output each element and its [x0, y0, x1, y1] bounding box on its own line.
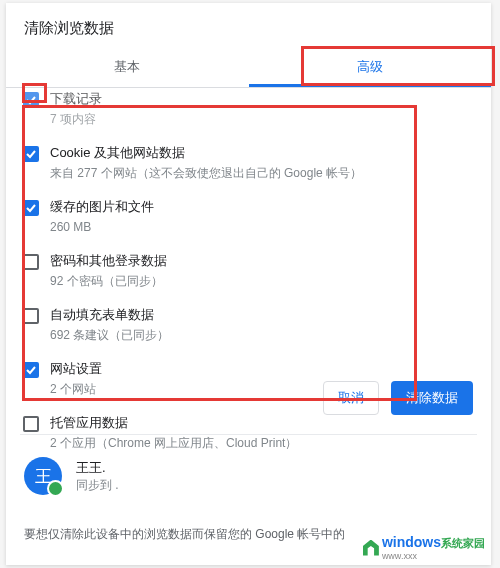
watermark-brand: windows: [382, 534, 441, 550]
item-sub: 92 个密码（已同步）: [50, 272, 475, 290]
item-title: 网站设置: [50, 360, 475, 378]
watermark: windows系统家园 www.xxx: [363, 534, 485, 561]
divider: [20, 434, 477, 435]
dialog-title: 清除浏览数据: [6, 3, 491, 48]
checkbox[interactable]: [23, 92, 39, 108]
item-sub: 7 项内容: [50, 110, 475, 128]
checkbox[interactable]: [23, 146, 39, 162]
button-row: 取消 清除数据: [323, 381, 473, 415]
item-title: 密码和其他登录数据: [50, 252, 475, 270]
item-sub: 来自 277 个网站（这不会致使您退出自己的 Google 帐号）: [50, 164, 475, 182]
list-item: 缓存的图片和文件 260 MB: [16, 188, 475, 242]
item-title: 下载记录: [50, 90, 475, 108]
avatar: 王: [24, 457, 62, 495]
watermark-url: www.xxx: [382, 551, 485, 561]
checkbox[interactable]: [23, 200, 39, 216]
checkbox[interactable]: [23, 308, 39, 324]
watermark-tag: 系统家园: [441, 537, 485, 549]
cancel-button[interactable]: 取消: [323, 381, 379, 415]
item-sub: 260 MB: [50, 218, 475, 236]
list-item: 自动填充表单数据 692 条建议（已同步）: [16, 296, 475, 350]
sync-badge-icon: [47, 480, 64, 497]
clear-data-button[interactable]: 清除数据: [391, 381, 473, 415]
footer-text: 要想仅清除此设备中的浏览数据而保留您的 Google 帐号中的: [24, 526, 345, 543]
list-item: 密码和其他登录数据 92 个密码（已同步）: [16, 242, 475, 296]
list-item: Cookie 及其他网站数据 来自 277 个网站（这不会致使您退出自己的 Go…: [16, 134, 475, 188]
checkbox[interactable]: [23, 416, 39, 432]
item-title: 自动填充表单数据: [50, 306, 475, 324]
item-sub: 2 个应用（Chrome 网上应用店、Cloud Print）: [50, 434, 475, 452]
house-icon: [363, 540, 379, 556]
clear-browsing-data-dialog: 清除浏览数据 基本 高级 下载记录 7 项内容 Cookie 及其他网站数据 来…: [6, 3, 491, 565]
checkbox[interactable]: [23, 362, 39, 378]
account-sub: 同步到 .: [76, 477, 119, 494]
account-name: 王王.: [76, 459, 119, 477]
checkbox[interactable]: [23, 254, 39, 270]
item-title: Cookie 及其他网站数据: [50, 144, 475, 162]
account-row: 王 王王. 同步到 .: [24, 457, 119, 495]
item-title: 托管应用数据: [50, 414, 475, 432]
item-sub: 692 条建议（已同步）: [50, 326, 475, 344]
list-item: 下载记录 7 项内容: [16, 80, 475, 134]
item-title: 缓存的图片和文件: [50, 198, 475, 216]
